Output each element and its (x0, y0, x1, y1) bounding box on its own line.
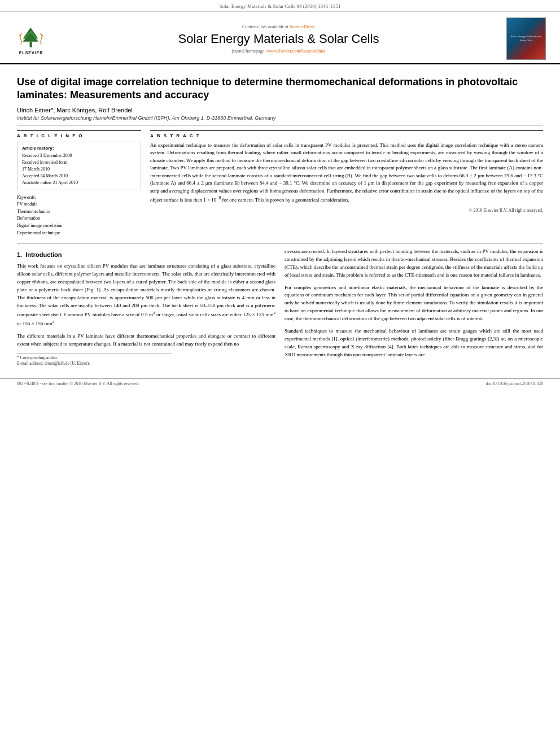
elsevier-tree-icon (17, 23, 45, 51)
body-col1-p2: The different materials in a PV laminate… (17, 333, 275, 348)
page-container: Solar Energy Materials & Solar Cells 94 … (0, 0, 560, 747)
revised-date: 17 March 2010 (22, 166, 136, 173)
keywords-section: Keywords: PV module Thermomechanics Defo… (17, 195, 141, 237)
journal-header: ELSEVIER Contents lists available at Sci… (0, 12, 560, 64)
footnote-divider (17, 353, 172, 353)
elsevier-wordmark: ELSEVIER (19, 51, 43, 55)
body-col2-p2: For complex geometries and non-linear el… (285, 284, 543, 324)
section1-title: 1. Introduction (17, 250, 275, 260)
body-col1-p1: This work focuses on crystalline silicon… (17, 263, 275, 328)
abstract-text: An experimental technique to measure the… (150, 142, 543, 204)
footer-doi: doi:10.1016/j.solmat.2010.03.028 (486, 381, 543, 386)
online-date: Available online 21 April 2010 (22, 180, 136, 186)
journal-title: Solar Energy Materials & Solar Cells (56, 32, 501, 46)
keyword-1: PV module (17, 201, 141, 208)
article-history-box: Article history: Received 3 December 200… (17, 142, 141, 190)
abstract-col: A B S T R A C T An experimental techniqu… (150, 130, 543, 237)
journal-center: Contents lists available at ScienceDirec… (56, 24, 501, 54)
body-col-1: 1. Introduction This work focuses on cry… (17, 248, 275, 367)
article-info-col: A R T I C L E I N F O Article history: R… (17, 130, 141, 237)
footer-issn: 0927-0248/$ - see front matter © 2010 El… (17, 381, 139, 386)
cover-title-text: Solar Energy Materials and Solar Cells (509, 35, 543, 42)
article-affiliation: Institut für Solarenergieforschung Hamel… (17, 115, 543, 121)
keyword-2: Thermomechanics (17, 208, 141, 216)
article-content: Use of digital image correlation techniq… (0, 64, 560, 373)
article-authors: Ulrich Eitner*, Marc Köntges, Rolf Brend… (17, 107, 543, 113)
contents-available-line: Contents lists available at ScienceDirec… (56, 24, 501, 29)
article-title: Use of digital image correlation techniq… (17, 76, 543, 102)
svg-rect-0 (30, 42, 32, 47)
sciencedirect-link[interactable]: ScienceDirect (290, 24, 315, 29)
footnote-star: * Corresponding author. (17, 355, 275, 361)
history-label: Article history: (22, 146, 136, 151)
revised-label: Received in revised form (22, 159, 136, 166)
journal-url[interactable]: www.elsevier.com/locate/solmat (266, 49, 325, 54)
article-info-header: A R T I C L E I N F O (17, 130, 141, 138)
keywords-label: Keywords: (17, 195, 141, 200)
article-info-abstract-section: A R T I C L E I N F O Article history: R… (17, 130, 543, 237)
body-col2-p3: Standard techniques to measure the mecha… (285, 327, 543, 359)
footer-bar: 0927-0248/$ - see front matter © 2010 El… (0, 378, 560, 388)
keyword-5: Experimental technique (17, 230, 141, 237)
abstract-header: A B S T R A C T (150, 130, 543, 138)
body-col-2: stresses are created. In layered structu… (285, 248, 543, 367)
body-two-col: 1. Introduction This work focuses on cry… (17, 248, 543, 367)
keyword-4: Digital image correlation (17, 222, 141, 230)
section1-number: 1. (17, 251, 22, 258)
journal-citation-bar: Solar Energy Materials & Solar Cells 94 … (0, 0, 560, 12)
received-date: Received 3 December 2009 (22, 152, 136, 159)
copyright-line: © 2010 Elsevier B.V. All rights reserved… (150, 208, 543, 213)
footnote-email: E-mail address: eitner@isfh.de (U. Eitne… (17, 361, 275, 367)
body-col2-p1: stresses are created. In layered structu… (285, 248, 543, 279)
keyword-3: Deformation (17, 215, 141, 222)
journal-cover-thumbnail: Solar Energy Materials and Solar Cells (506, 18, 549, 60)
article-divider (17, 125, 543, 126)
journal-citation-text: Solar Energy Materials & Solar Cells 94 … (220, 3, 341, 9)
body-divider (17, 243, 543, 243)
elsevier-logo: ELSEVIER (11, 23, 51, 55)
journal-homepage: journal homepage: www.elsevier.com/locat… (56, 49, 501, 54)
accepted-date: Accepted 24 March 2010 (22, 173, 136, 180)
